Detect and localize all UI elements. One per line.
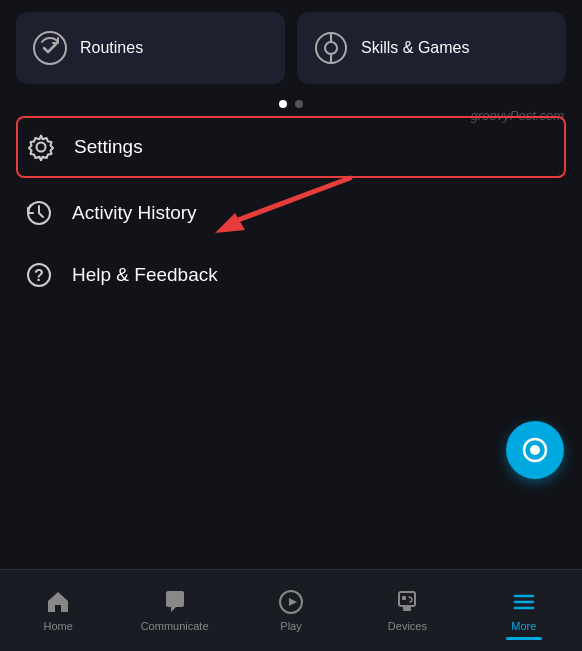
svg-point-0 — [34, 32, 66, 64]
activity-history-menu-item[interactable]: Activity History — [16, 182, 566, 244]
nav-devices-label: Devices — [388, 620, 427, 632]
svg-text:?: ? — [34, 267, 44, 284]
devices-icon — [394, 589, 420, 615]
home-icon — [45, 589, 71, 615]
activity-history-label: Activity History — [72, 202, 197, 224]
skills-games-card[interactable]: Skills & Games — [297, 12, 566, 84]
svg-rect-15 — [403, 606, 411, 611]
pagination-dot-1[interactable] — [295, 100, 303, 108]
nav-item-play[interactable]: Play — [233, 581, 349, 640]
skills-games-label: Skills & Games — [361, 39, 469, 57]
main-content: Routines Skills & Games groovyPost.com — [0, 0, 582, 569]
nav-item-home[interactable]: Home — [0, 581, 116, 640]
settings-label: Settings — [74, 136, 143, 158]
communicate-icon — [162, 589, 188, 615]
nav-item-more[interactable]: More — [466, 581, 582, 640]
routines-card[interactable]: Routines — [16, 12, 285, 84]
help-feedback-menu-item[interactable]: ? Help & Feedback — [16, 244, 566, 306]
settings-menu-item[interactable]: Settings — [16, 116, 566, 178]
nav-communicate-label: Communicate — [141, 620, 209, 632]
svg-point-2 — [325, 42, 337, 54]
play-icon — [278, 589, 304, 615]
nav-item-devices[interactable]: Devices — [349, 581, 465, 640]
nav-item-communicate[interactable]: Communicate — [116, 581, 232, 640]
svg-marker-13 — [289, 598, 297, 606]
nav-home-label: Home — [44, 620, 73, 632]
help-feedback-label: Help & Feedback — [72, 264, 218, 286]
menu-list: Settings Activity History — [16, 116, 566, 306]
alexa-fab-button[interactable] — [506, 421, 564, 479]
svg-rect-16 — [402, 596, 406, 600]
pagination — [16, 100, 566, 108]
svg-point-11 — [530, 445, 540, 455]
more-icon — [511, 589, 537, 615]
settings-icon — [26, 132, 56, 162]
nav-more-label: More — [511, 620, 536, 632]
pagination-dot-0[interactable] — [279, 100, 287, 108]
bottom-nav: Home Communicate Play D — [0, 569, 582, 651]
activity-history-icon — [24, 198, 54, 228]
nav-play-label: Play — [280, 620, 301, 632]
skills-games-icon — [313, 30, 349, 66]
routines-icon — [32, 30, 68, 66]
svg-point-5 — [37, 143, 46, 152]
help-feedback-icon: ? — [24, 260, 54, 290]
routines-label: Routines — [80, 39, 143, 57]
cards-row: Routines Skills & Games — [16, 12, 566, 84]
